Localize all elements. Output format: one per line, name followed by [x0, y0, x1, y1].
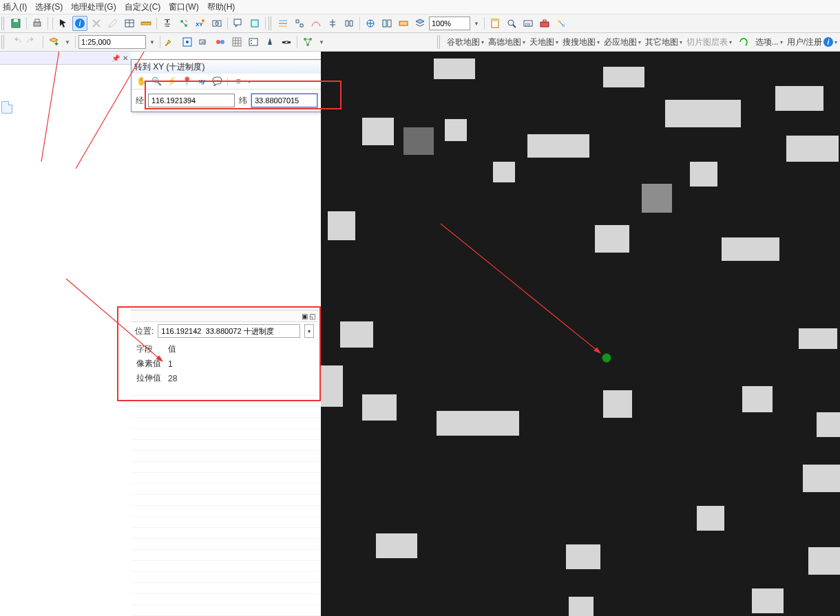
edit-tool[interactable]	[105, 16, 120, 31]
measure-tool[interactable]	[138, 16, 154, 31]
location-label: 位置:	[135, 326, 154, 337]
catalog-button[interactable]	[487, 16, 503, 31]
labels-button[interactable]: ab	[196, 34, 211, 50]
identify-pane: 转到 XY (十进制度) ✕ ✋ 🔍 ⚡ 📍 xy 💬 | ≡▾ 经 纬	[131, 52, 322, 616]
swipe-button[interactable]	[379, 16, 395, 31]
info-icon: i	[75, 19, 85, 28]
toolbox-button[interactable]	[537, 16, 552, 31]
svg-line-30	[513, 25, 516, 28]
split-button[interactable]	[325, 16, 340, 31]
add-point-icon[interactable]: 📍	[181, 76, 192, 87]
toolbar-grip[interactable]	[1, 35, 6, 49]
identify-tool[interactable]: i	[72, 16, 87, 31]
zoom-dropdown[interactable]: ▼	[472, 16, 481, 31]
svg-rect-22	[300, 24, 303, 27]
time-slider-button[interactable]	[209, 16, 224, 31]
north-arrow-button[interactable]	[262, 34, 277, 50]
model-builder-button[interactable]	[554, 16, 569, 31]
close-icon[interactable]: ✕	[123, 54, 128, 62]
menu-insert[interactable]: 插入(I)	[3, 1, 27, 13]
other-maps-menu[interactable]: 其它地图▾	[645, 36, 682, 48]
menu-select[interactable]: 选择(S)	[35, 1, 63, 13]
pin-icon[interactable]: 📌	[112, 54, 120, 62]
google-maps-menu[interactable]: 谷歌地图▾	[447, 36, 484, 48]
pointer-tool[interactable]	[56, 16, 71, 31]
clear-selection-tool[interactable]	[89, 16, 104, 31]
trace-button[interactable]	[308, 16, 324, 31]
svg-rect-19	[279, 20, 287, 21]
add-data-dropdown[interactable]: ▼	[63, 34, 72, 50]
editor-toolbar-button[interactable]	[275, 16, 291, 31]
find-route-tool[interactable]	[176, 16, 191, 31]
grid-button[interactable]	[229, 34, 244, 50]
refresh-icon[interactable]	[736, 34, 751, 50]
toc-layer-item[interactable]	[1, 101, 12, 114]
editor-menu-button[interactable]	[163, 34, 178, 50]
python-button[interactable]: py	[521, 16, 536, 31]
html-popup-tool[interactable]	[231, 16, 246, 31]
callout-icon[interactable]: 💬	[211, 76, 222, 87]
svg-point-13	[202, 19, 204, 22]
merge-button[interactable]	[342, 16, 357, 31]
latitude-input[interactable]	[251, 94, 317, 107]
units-menu-icon[interactable]: ≡	[233, 76, 244, 87]
georef-button[interactable]	[180, 34, 195, 50]
print-button[interactable]	[30, 16, 45, 31]
menu-help[interactable]: 帮助(H)	[207, 1, 235, 13]
longitude-input[interactable]	[148, 94, 235, 107]
undo-button[interactable]	[8, 34, 23, 50]
menu-geoprocessing[interactable]: 地理处理(G)	[71, 1, 116, 13]
svg-rect-26	[399, 21, 408, 25]
map-view[interactable]: CSDN @等待着冬天的风	[321, 52, 840, 616]
svg-rect-20	[279, 25, 287, 27]
flash-icon[interactable]: ⚡	[166, 76, 177, 87]
xy-icon[interactable]: xy	[196, 76, 207, 87]
symbol-button[interactable]	[213, 34, 228, 50]
tianditu-menu[interactable]: 天地图▾	[529, 36, 558, 48]
identify-result-panel: ▣ ◱ 位置: ▾ 字段值 像素值1 拉伸值28	[131, 310, 318, 387]
scale-input[interactable]	[78, 35, 146, 49]
effects-button[interactable]	[363, 16, 378, 31]
location-input[interactable]	[158, 324, 300, 338]
collapse-icon[interactable]: ▣	[302, 312, 308, 320]
svg-rect-34	[543, 20, 546, 22]
network-dropdown[interactable]: ▼	[317, 34, 326, 50]
svg-point-44	[220, 40, 224, 44]
gaode-maps-menu[interactable]: 高德地图▾	[488, 36, 525, 48]
toolbar-1: i XY ▼ py	[0, 14, 840, 33]
location-dropdown[interactable]: ▾	[304, 324, 314, 338]
zoom-in-icon[interactable]: 🔍	[151, 76, 162, 87]
svg-text:+: +	[54, 40, 59, 47]
network-button[interactable]	[300, 34, 315, 50]
find-tool[interactable]	[160, 16, 175, 31]
toolbar-grip[interactable]	[437, 35, 441, 49]
svg-rect-2	[34, 22, 41, 26]
svg-rect-49	[282, 41, 285, 43]
scale-dropdown[interactable]: ▼	[147, 34, 157, 50]
svg-rect-17	[251, 20, 258, 27]
menu-customize[interactable]: 自定义(C)	[125, 1, 161, 13]
redo-button[interactable]	[25, 34, 40, 50]
scale-bar-button[interactable]	[279, 34, 294, 50]
layer-button[interactable]	[412, 16, 428, 31]
save-button[interactable]	[8, 16, 23, 31]
options-menu[interactable]: 选项...▾	[755, 36, 783, 48]
sousou-maps-menu[interactable]: 搜搜地图▾	[563, 36, 600, 48]
goto-xy-tool[interactable]: XY	[193, 16, 208, 31]
pan-icon[interactable]: ✋	[136, 76, 147, 87]
flicker-button[interactable]	[396, 16, 411, 31]
menu-window[interactable]: 窗口(W)	[169, 1, 198, 13]
viewer-button[interactable]	[247, 16, 262, 31]
expand-icon[interactable]: ◱	[309, 312, 315, 320]
toolbar-grip[interactable]	[269, 17, 273, 30]
add-data-button[interactable]: +	[46, 34, 61, 50]
zoom-percent-input[interactable]	[429, 17, 470, 30]
toolbar-grip[interactable]	[1, 17, 6, 30]
search-button[interactable]	[504, 16, 519, 31]
table-button[interactable]	[122, 16, 137, 31]
tile-cache-menu[interactable]: 切片图层表▾	[686, 36, 732, 48]
snap-button[interactable]	[292, 16, 307, 31]
user-register-menu[interactable]: 用户/注册 i▾	[787, 36, 837, 48]
legend-button[interactable]	[246, 34, 261, 50]
bing-maps-menu[interactable]: 必应地图▾	[604, 36, 641, 48]
